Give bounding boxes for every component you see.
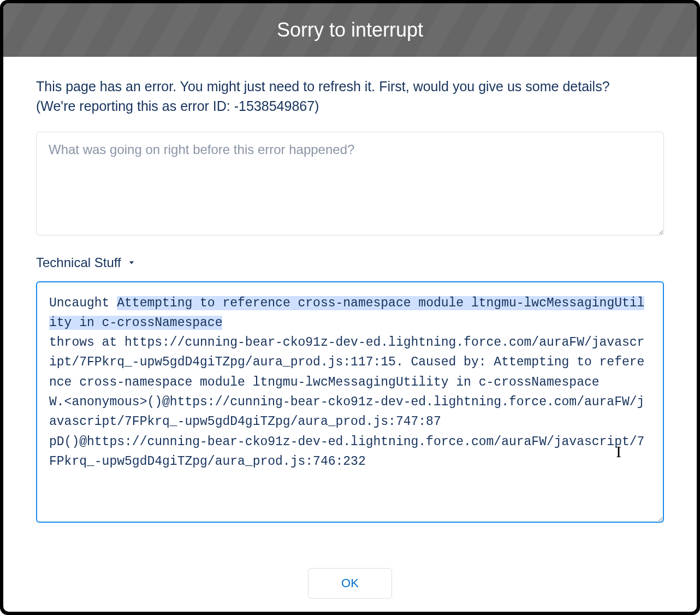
technical-stuff-toggle[interactable]: Technical Stuff xyxy=(36,255,664,270)
technical-details-textarea[interactable]: Uncaught Attempting to reference cross-n… xyxy=(36,281,664,523)
modal-body: This page has an error. You might just n… xyxy=(3,57,697,560)
feedback-textarea[interactable] xyxy=(36,132,664,235)
technical-toggle-label: Technical Stuff xyxy=(36,255,121,270)
technical-prefix: Uncaught xyxy=(49,296,117,310)
modal-backdrop: Sorry to interrupt This page has an erro… xyxy=(0,0,700,615)
technical-rest: throws at https://cunning-bear-cko91z-de… xyxy=(49,335,644,469)
chevron-down-icon xyxy=(126,257,138,269)
error-prompt-line2: (We're reporting this as error ID: -1538… xyxy=(36,98,319,114)
technical-highlighted-text: Attempting to reference cross-namespace … xyxy=(49,296,644,330)
error-modal: Sorry to interrupt This page has an erro… xyxy=(3,3,697,612)
ok-button[interactable]: OK xyxy=(308,568,392,599)
error-prompt-line1: This page has an error. You might just n… xyxy=(36,79,610,94)
modal-footer: OK xyxy=(3,560,697,612)
error-message: This page has an error. You might just n… xyxy=(36,76,664,116)
modal-title: Sorry to interrupt xyxy=(14,19,686,42)
modal-header: Sorry to interrupt xyxy=(3,3,697,57)
